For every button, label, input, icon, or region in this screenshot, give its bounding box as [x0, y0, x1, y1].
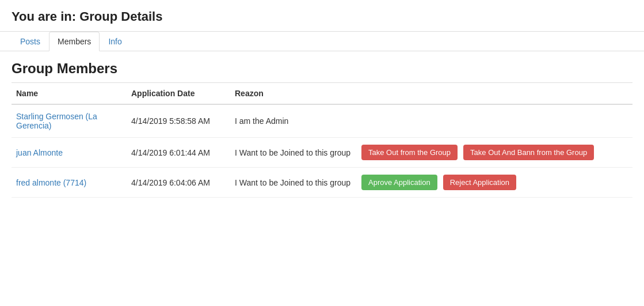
tab-members[interactable]: Members: [49, 32, 100, 51]
table-row: fred almonte (7714)4/14/2019 6:04:06 AMI…: [12, 168, 632, 198]
application-date: 4/14/2019 6:01:44 AM: [127, 138, 230, 168]
tab-info[interactable]: Info: [100, 32, 130, 51]
tab-posts[interactable]: Posts: [12, 32, 49, 51]
action-buttons-cell: [357, 104, 632, 138]
reject-button[interactable]: Reject Application: [443, 175, 516, 190]
main-content: Group Members Name Application Date Reaz…: [0, 51, 644, 207]
take-out-button[interactable]: Take Out from the Group: [361, 145, 458, 160]
section-title: Group Members: [12, 61, 632, 77]
application-date: 4/14/2019 6:04:06 AM: [127, 168, 230, 198]
member-name-link[interactable]: juan Almonte: [16, 148, 63, 157]
page-header: You are in: Group Details: [0, 0, 644, 32]
members-table: Name Application Date Reazon Starling Ge…: [12, 82, 632, 198]
application-reason: I Want to be Joined to this group: [230, 138, 357, 168]
action-buttons-cell: Aprove ApplicationReject Application: [357, 168, 632, 198]
application-reason: I Want to be Joined to this group: [230, 168, 357, 198]
col-header-actions: [357, 83, 632, 105]
col-header-reason: Reazon: [230, 83, 357, 105]
application-reason: I am the Admin: [230, 104, 357, 138]
table-row: juan Almonte4/14/2019 6:01:44 AMI Want t…: [12, 138, 632, 168]
member-name-link[interactable]: Starling Germosen (La Gerencia): [16, 112, 97, 130]
tabs-bar: Posts Members Info: [0, 32, 644, 51]
application-date: 4/14/2019 5:58:58 AM: [127, 104, 230, 138]
table-row: Starling Germosen (La Gerencia)4/14/2019…: [12, 104, 632, 138]
col-header-date: Application Date: [127, 83, 230, 105]
col-header-name: Name: [12, 83, 127, 105]
action-buttons-cell: Take Out from the GroupTake Out And Bann…: [357, 138, 632, 168]
page-title: You are in: Group Details: [12, 9, 632, 24]
member-name-link[interactable]: fred almonte (7714): [16, 178, 86, 187]
table-header-row: Name Application Date Reazon: [12, 83, 632, 105]
approve-button[interactable]: Aprove Application: [361, 175, 437, 190]
take-out-bann-button[interactable]: Take Out And Bann from the Group: [463, 145, 594, 160]
